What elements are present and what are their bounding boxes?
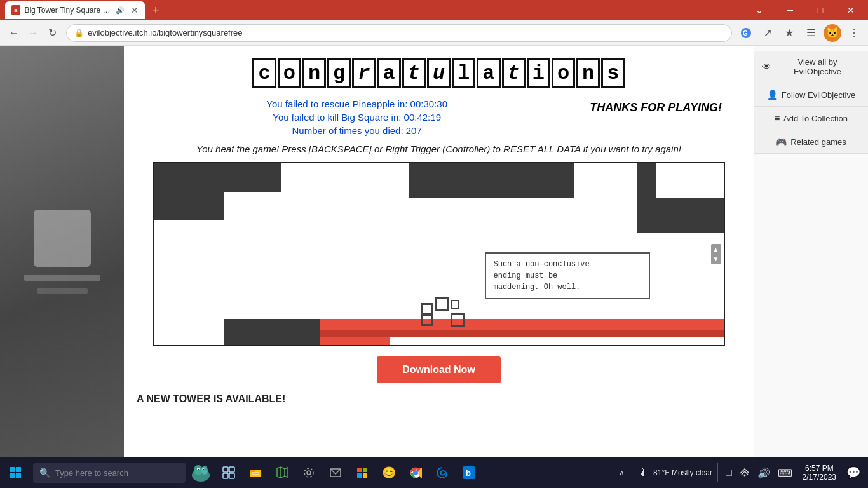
letter-r: r [352, 58, 376, 88]
lock-icon: 🔒 [74, 29, 84, 37]
square-char-4 [451, 313, 465, 327]
taskview-icon[interactable] [216, 460, 241, 485]
letter-l: l [452, 58, 475, 88]
eye-icon: 👁 [762, 62, 771, 72]
overflow-button[interactable]: ⌄ [745, 0, 774, 20]
title-bar-left: B Big Tower Tiny Square by Ev 🔊 ✕ + [0, 1, 745, 19]
sidebar-image-placeholder [34, 210, 91, 267]
svg-rect-5 [16, 473, 21, 478]
forward-button[interactable]: → [24, 24, 42, 42]
taskbar-clock[interactable]: 6:57 PM 2/17/2023 [797, 464, 841, 482]
thanks-column: THANKS FOR PLAYING! [590, 96, 741, 114]
refresh-button[interactable]: ↻ [43, 24, 61, 42]
file-explorer-icon[interactable] [243, 460, 268, 485]
svg-rect-14 [229, 467, 234, 472]
google-icon[interactable]: G [737, 24, 755, 42]
letter-i: i [527, 58, 550, 88]
follow-button[interactable]: 👤 Follow EvilObjective [754, 83, 868, 107]
volume-icon[interactable]: 🔊 [755, 464, 773, 482]
time-display: 6:57 PM [803, 464, 836, 473]
network-icon[interactable] [737, 464, 752, 482]
view-all-button[interactable]: 👁 View all by EvilObjective [754, 51, 868, 83]
new-tab-button[interactable]: + [147, 4, 165, 17]
svg-point-11 [198, 469, 200, 470]
dark-mid-left [224, 319, 323, 346]
close-button[interactable]: ✕ [836, 0, 865, 20]
bing-icon[interactable]: b [456, 460, 482, 485]
add-collection-button[interactable]: ≡ Add To Collection [754, 107, 868, 130]
maximize-button[interactable]: □ [806, 0, 835, 20]
stat-pineapple: You failed to rescue Pineapple in: 00:30… [137, 98, 577, 109]
svg-rect-20 [252, 474, 259, 475]
letter-t: t [402, 58, 426, 88]
tray-divider [630, 463, 630, 482]
keyboard-icon[interactable]: ⌨ [775, 464, 795, 482]
settings-icon[interactable] [296, 460, 322, 485]
dark-topleft [154, 163, 224, 220]
start-button[interactable] [0, 458, 31, 488]
stat-deaths: Number of times you died: 207 [137, 125, 577, 136]
collections-icon[interactable]: ☰ [802, 24, 820, 42]
menu-icon[interactable]: ⋮ [845, 24, 863, 42]
game-text-box: Such a non-conclusive ending must be mad… [485, 252, 650, 299]
taskbar-search-box[interactable]: 🔍 [33, 463, 186, 483]
svg-rect-19 [252, 472, 259, 473]
scroll-down-icon[interactable]: ▼ [713, 255, 719, 262]
ms-office-icon[interactable] [349, 460, 375, 485]
maps-icon[interactable] [269, 460, 295, 485]
mail-icon[interactable] [323, 460, 348, 485]
sidebar-background [0, 46, 124, 458]
letter-g: g [327, 58, 351, 88]
text-line-1: Such a non-conclusive [494, 259, 641, 270]
stats-column: You failed to rescue Pineapple in: 00:30… [137, 96, 577, 139]
collection-icon: ≡ [775, 113, 780, 123]
letter-t2: t [502, 58, 526, 88]
svg-rect-4 [10, 473, 15, 478]
scroll-up-icon[interactable]: ▲ [713, 246, 719, 253]
player-chars [421, 297, 472, 329]
dragon-widget[interactable] [188, 460, 214, 485]
emoji-icon[interactable]: 😊 [376, 460, 402, 485]
notification-icon[interactable]: 💬 [844, 463, 863, 482]
letter-n2: n [576, 58, 600, 88]
browser-tab[interactable]: B Big Tower Tiny Square by Ev 🔊 ✕ [5, 1, 145, 19]
letter-a2: a [477, 58, 500, 88]
tab-title: Big Tower Tiny Square by Ev [24, 6, 112, 15]
tab-close-button[interactable]: ✕ [131, 5, 139, 15]
svg-rect-16 [229, 473, 234, 478]
person-icon: 👤 [767, 90, 778, 100]
search-input[interactable] [55, 468, 170, 478]
display-icon[interactable]: □ [723, 464, 735, 481]
tray-overflow-button[interactable]: ∧ [619, 468, 625, 477]
weather-icon[interactable]: 🌡 [635, 464, 651, 481]
svg-rect-3 [16, 467, 21, 472]
related-games-button[interactable]: 🎮 Related games [754, 130, 868, 154]
game-canvas[interactable]: Such a non-conclusive ending must be mad… [153, 162, 725, 346]
taskbar-system-tray: ∧ 🌡 81°F Mostly clear □ 🔊 ⌨ 6:57 PM 2/17… [619, 463, 868, 482]
square-group [421, 297, 472, 329]
download-button[interactable]: Download Now [377, 356, 501, 383]
text-line-2: ending must be [494, 270, 641, 281]
scroll-indicators[interactable]: ▲ ▼ [711, 244, 721, 264]
letter-n: n [302, 58, 326, 88]
chrome-icon[interactable] [403, 460, 428, 485]
back-button[interactable]: ← [5, 24, 23, 42]
url-bar[interactable]: 🔒 evilobjective.itch.io/bigtowertinysqua… [66, 24, 732, 42]
right-sidebar: 👁 View all by EvilObjective 👤 Follow Evi… [754, 46, 868, 458]
dark-top-gap [637, 163, 656, 198]
minimize-button[interactable]: ─ [775, 0, 804, 20]
svg-rect-13 [223, 467, 228, 472]
svg-rect-2 [10, 467, 15, 472]
tab-favicon: B [11, 5, 20, 15]
edge-icon[interactable] [430, 460, 455, 485]
profile-icon[interactable]: 🐱 [824, 24, 841, 42]
svg-point-8 [201, 466, 208, 475]
square-char-small [451, 300, 459, 309]
share-icon[interactable]: ➚ [759, 24, 776, 42]
tab-audio-icon[interactable]: 🔊 [116, 6, 125, 15]
tray-divider2 [717, 463, 718, 482]
title-bar-controls: ⌄ ─ □ ✕ [745, 0, 868, 20]
address-bar-icons: G ➚ ★ ☰ 🐱 ⋮ [737, 24, 863, 42]
star-icon[interactable]: ★ [780, 24, 798, 42]
svg-rect-30 [363, 473, 367, 478]
